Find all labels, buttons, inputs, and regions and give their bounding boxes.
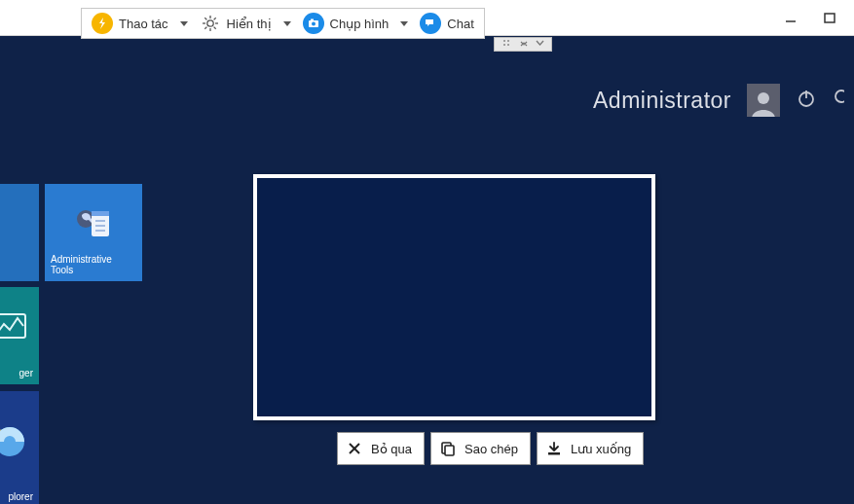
copy-button[interactable]: Sao chép	[430, 432, 531, 465]
gear-icon	[200, 13, 221, 34]
tile-internet-explorer[interactable]: plorer	[0, 391, 39, 504]
window-minimize-button[interactable]	[774, 6, 807, 29]
svg-point-2	[206, 20, 212, 26]
svg-line-9	[204, 27, 206, 29]
toolbar-chat-button[interactable]: Chat	[416, 10, 477, 37]
chevron-down-icon	[400, 21, 408, 26]
toolbar-handle[interactable]	[494, 37, 552, 52]
power-icon[interactable]	[796, 88, 817, 113]
tile-partial-top[interactable]	[0, 184, 39, 281]
skip-label: Bỏ qua	[371, 442, 412, 456]
bolt-icon	[92, 13, 113, 34]
svg-rect-13	[311, 19, 314, 21]
ie-icon	[0, 416, 29, 459]
chat-icon	[420, 13, 441, 34]
start-header: Administrator	[593, 84, 844, 117]
svg-rect-35	[548, 452, 560, 455]
download-icon	[545, 440, 563, 457]
remote-toolbar: Thao tác Hiển thị Chụp hình Chat	[81, 8, 485, 39]
window-maximize-button[interactable]	[813, 6, 846, 29]
expand-icon	[519, 39, 529, 51]
svg-line-10	[213, 18, 215, 19]
tile-task-manager[interactable]: ger	[0, 287, 39, 384]
svg-rect-1	[825, 14, 835, 22]
toolbar-capture-label: Chụp hình	[330, 17, 390, 31]
svg-point-14	[503, 40, 505, 42]
screenshot-selection[interactable]	[253, 174, 655, 420]
toolbar-action-label: Thao tác	[119, 17, 168, 31]
svg-point-16	[503, 44, 505, 46]
chevron-down-icon	[536, 39, 544, 50]
toolbar-action-menu[interactable]: Thao tác	[88, 10, 192, 37]
admin-tools-icon	[72, 201, 115, 244]
close-icon	[346, 440, 363, 457]
tile-label: ger	[0, 368, 33, 378]
skip-button[interactable]: Bỏ qua	[337, 432, 425, 465]
save-button[interactable]: Lưu xuống	[537, 432, 644, 465]
chevron-down-icon	[180, 21, 188, 26]
svg-point-12	[312, 22, 316, 26]
camera-icon	[303, 13, 324, 34]
svg-line-8	[213, 27, 215, 29]
toolbar-display-label: Hiển thị	[227, 17, 272, 31]
copy-icon	[439, 440, 457, 457]
user-label: Administrator	[593, 88, 731, 114]
svg-point-15	[507, 40, 509, 42]
task-manager-icon	[0, 308, 35, 351]
tile-label: Administrative Tools	[51, 254, 136, 275]
search-icon[interactable]	[833, 88, 844, 113]
capture-action-bar: Bỏ qua Sao chép Lưu xuống	[337, 432, 644, 465]
svg-point-21	[835, 90, 844, 102]
svg-rect-25	[92, 211, 109, 216]
svg-point-18	[758, 92, 769, 104]
chevron-down-icon	[283, 21, 291, 26]
svg-rect-34	[445, 446, 454, 455]
toolbar-display-menu[interactable]: Hiển thị	[196, 10, 295, 37]
grip-icon	[502, 39, 512, 51]
tile-label: plorer	[0, 491, 33, 502]
svg-point-17	[507, 44, 509, 46]
toolbar-chat-label: Chat	[447, 17, 473, 31]
tile-admin-tools[interactable]: Administrative Tools	[45, 184, 142, 281]
avatar[interactable]	[747, 84, 780, 117]
copy-label: Sao chép	[464, 442, 518, 456]
save-label: Lưu xuống	[571, 442, 631, 456]
svg-line-7	[204, 18, 206, 19]
toolbar-capture-menu[interactable]: Chụp hình	[299, 10, 413, 37]
